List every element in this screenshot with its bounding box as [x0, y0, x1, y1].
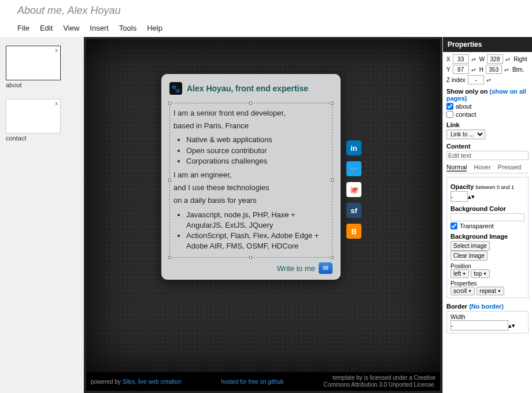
- menu-bar: File Edit View Insert Tools Help: [0, 20, 532, 37]
- content-section-label: Content: [446, 143, 529, 150]
- tab-hover[interactable]: Hover: [474, 164, 490, 172]
- z-label: Z index: [446, 77, 466, 83]
- blogger-icon[interactable]: B: [346, 224, 361, 239]
- bgcolor-swatch[interactable]: [450, 213, 524, 221]
- body-text: I am an engineer,: [171, 169, 331, 181]
- btm-label: Btm.: [512, 66, 524, 73]
- footer-text: powered by: [91, 379, 121, 385]
- about-check-label: about: [456, 103, 472, 110]
- menu-edit[interactable]: Edit: [40, 24, 53, 32]
- twitter-icon[interactable]: 🐦: [346, 161, 361, 176]
- resize-handle[interactable]: [331, 179, 334, 181]
- footer-text: template by: [332, 375, 363, 381]
- github-icon[interactable]: 🐙: [346, 182, 361, 197]
- no-border-link[interactable]: (No border): [469, 303, 504, 310]
- selected-text-block[interactable]: I am a senior front end developer, based…: [169, 103, 332, 258]
- properties-panel: Properties X ▴▾ W ▴▾ Right Y ▴▾ H ▴▾ Btm…: [442, 37, 532, 393]
- bg-properties-label: Properties: [450, 280, 524, 287]
- h-input[interactable]: [486, 65, 502, 74]
- link-to-select[interactable]: Link to ...: [446, 129, 485, 139]
- page-label-about: about: [6, 81, 78, 88]
- page-label-contact: contact: [6, 135, 78, 142]
- border-width-input[interactable]: [450, 320, 508, 331]
- h-label: H: [479, 66, 483, 73]
- mail-icon[interactable]: ✉: [319, 262, 332, 274]
- close-icon[interactable]: x: [56, 101, 58, 106]
- footer-text: Commons Attribution 3.0 Unported License…: [324, 381, 435, 388]
- menu-tools[interactable]: Tools: [119, 24, 136, 32]
- body-text: and I use these technologies: [171, 181, 331, 194]
- list-item: Native & web applications: [186, 135, 331, 145]
- right-label: Right: [513, 56, 527, 62]
- repeat-select[interactable]: repeat▼: [476, 287, 504, 295]
- list-item: Open source contributor: [186, 146, 331, 156]
- write-to-me-link[interactable]: Write to me: [277, 264, 315, 273]
- page-thumb-about[interactable]: x: [6, 46, 61, 80]
- y-input[interactable]: [453, 65, 469, 74]
- app-title: About me, Alex Hoyau: [17, 5, 515, 17]
- resize-handle[interactable]: [331, 102, 334, 105]
- resize-handle[interactable]: [331, 256, 334, 259]
- x-input[interactable]: [453, 54, 469, 64]
- transparent-checkbox[interactable]: [450, 223, 457, 229]
- sourceforge-icon[interactable]: sf: [346, 203, 361, 218]
- contact-check-label: contact: [456, 111, 476, 118]
- edit-text-field[interactable]: Edit text: [446, 151, 529, 160]
- select-image-button[interactable]: Select image: [450, 241, 490, 251]
- x-label: X: [446, 56, 450, 62]
- position-label: Position: [450, 263, 524, 269]
- resize-handle[interactable]: [168, 179, 171, 181]
- position-left-select[interactable]: left▼: [450, 269, 469, 278]
- body-text: on a daily basis for years: [171, 194, 331, 207]
- footer-text: is licensed under a Creative: [364, 375, 435, 381]
- paw-icon: 🐾: [169, 82, 182, 95]
- opacity-hint: between 0 and 1: [475, 184, 514, 190]
- resize-handle[interactable]: [168, 102, 171, 105]
- w-label: W: [479, 56, 485, 62]
- link-section-label: Link: [446, 121, 529, 128]
- body-text: I am a senior front end developer,: [171, 107, 331, 120]
- contact-checkbox[interactable]: [446, 111, 453, 118]
- github-link[interactable]: hosted for free on github: [221, 379, 283, 385]
- z-input[interactable]: [468, 75, 484, 84]
- editor-canvas[interactable]: 🐾 Alex Hoyau, front end expertise I am a…: [86, 39, 440, 372]
- pages-panel: x about x contact: [0, 37, 84, 393]
- content-card[interactable]: 🐾 Alex Hoyau, front end expertise I am a…: [161, 74, 341, 280]
- about-checkbox[interactable]: [446, 103, 453, 110]
- resize-handle[interactable]: [249, 102, 252, 105]
- canvas-footer: powered by Silex, live web creation host…: [86, 372, 440, 391]
- list-item: Javascript, node.js, PHP, Haxe + Angular…: [186, 210, 331, 231]
- linkedin-icon[interactable]: in: [346, 140, 361, 155]
- border-label: Border: [446, 303, 467, 310]
- opacity-input[interactable]: [450, 191, 468, 202]
- body-text: based in Paris, France: [171, 120, 331, 132]
- close-icon[interactable]: x: [56, 47, 58, 53]
- position-top-select[interactable]: top▼: [471, 269, 490, 278]
- silex-link[interactable]: Silex, live web creation: [122, 379, 181, 385]
- properties-header: Properties: [443, 37, 532, 52]
- list-item: ActionScript, Flash, Flex, Adobe Edge + …: [186, 231, 331, 251]
- width-label: Width: [450, 314, 524, 320]
- card-title: Alex Hoyau, front end expertise: [187, 84, 308, 93]
- scroll-select[interactable]: scroll▼: [450, 287, 475, 295]
- bgcolor-label: Background Color: [450, 205, 524, 212]
- resize-handle[interactable]: [168, 256, 171, 259]
- transparent-label: Transparent: [460, 223, 494, 229]
- tab-pressed[interactable]: Pressed: [498, 164, 521, 172]
- tab-normal[interactable]: Normal: [446, 164, 467, 172]
- menu-help[interactable]: Help: [147, 24, 162, 32]
- list-item: Corporations challenges: [186, 156, 331, 166]
- menu-view[interactable]: View: [63, 24, 79, 32]
- w-input[interactable]: [487, 54, 503, 64]
- clear-image-button[interactable]: Clear image: [450, 251, 487, 261]
- bgimage-label: Background Image: [450, 233, 524, 240]
- menu-insert[interactable]: Insert: [90, 24, 109, 32]
- page-thumb-contact[interactable]: x: [6, 99, 61, 134]
- resize-handle[interactable]: [249, 256, 252, 259]
- menu-file[interactable]: File: [17, 24, 29, 32]
- opacity-label: Opacity: [450, 183, 474, 190]
- show-only-label: Show only on: [446, 88, 488, 95]
- y-label: Y: [446, 66, 450, 73]
